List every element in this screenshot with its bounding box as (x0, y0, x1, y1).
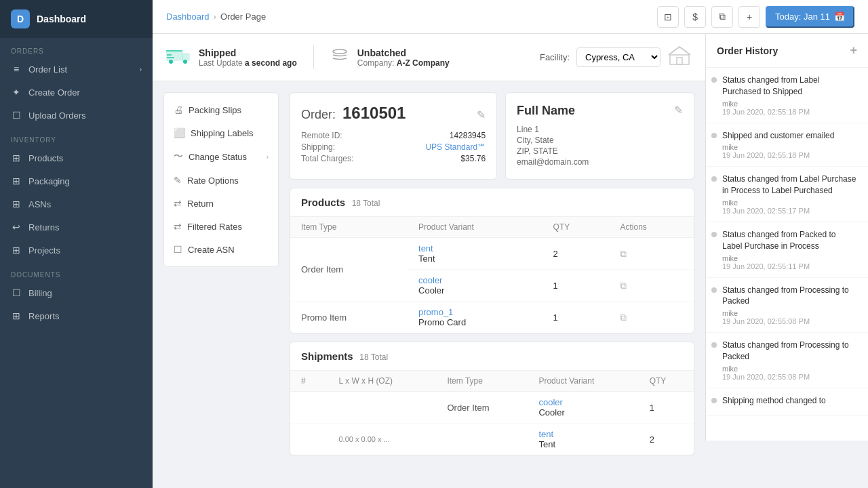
address-edit-icon[interactable]: ✎ (674, 104, 683, 117)
action-tent[interactable]: ⧉ (609, 238, 694, 270)
menu-filtered-rates[interactable]: ⇄ Filtered Rates (164, 215, 278, 238)
edit-icon[interactable]: ✎ (477, 108, 486, 121)
breadcrumb: Dashboard › Order Page (166, 12, 266, 22)
company-info: Company: A-Z Company (357, 58, 450, 68)
sidebar-item-asns[interactable]: ⊞ ASNs (0, 192, 153, 216)
create-order-icon: ✦ (11, 87, 22, 98)
history-text: Shipping method changed to (722, 395, 857, 407)
history-text: Shipped and customer emailed (722, 130, 857, 142)
table-row: Promo Item promo_1 Promo Card 1 ⧉ (290, 302, 694, 333)
external-link-icon[interactable]: ⧉ (620, 280, 627, 291)
promo-name: Promo Card (418, 317, 466, 327)
history-panel: Order History + Status changed from Labe… (705, 34, 868, 441)
qty-promo: 1 (542, 302, 610, 333)
tent-s-link[interactable]: tent (538, 429, 553, 439)
sidebar-item-label: Returns (28, 222, 60, 232)
menu-return[interactable]: ⇄ Return (164, 192, 278, 215)
breadcrumb-current: Order Page (220, 12, 266, 22)
history-time: 19 Jun 2020, 02:55:18 PM (722, 151, 857, 159)
shipments-header-row: # L x W x H (OZ) Item Type Product Varia… (290, 371, 694, 392)
sidebar: D Dashboard ORDERS ≡ Order List › ✦ Crea… (0, 0, 153, 488)
cooler-s-link[interactable]: cooler (538, 397, 562, 407)
chevron-right-icon: › (267, 153, 269, 161)
address-info: Full Name Line 1 City, State ZIP, STATE … (517, 104, 589, 168)
sidebar-item-billing[interactable]: ☐ Billing (0, 281, 153, 304)
menu-create-asn[interactable]: ☐ Create ASN (164, 238, 278, 261)
svg-rect-0 (166, 51, 182, 60)
history-time: 19 Jun 2020, 02:55:08 PM (722, 373, 857, 381)
menu-label: Rate Options (187, 176, 239, 186)
truck-icon (166, 45, 191, 69)
order-main: Order: 1610501 ✎ Remote ID: 14283945 Shi… (290, 92, 694, 455)
sidebar-logo-label: Dashboard (37, 14, 86, 24)
promo-link[interactable]: promo_1 (418, 307, 453, 317)
today-button[interactable]: Today: Jan 11 📅 (766, 6, 854, 28)
breadcrumb-dashboard[interactable]: Dashboard (166, 12, 210, 22)
item-type-promo: Promo Item (290, 302, 408, 333)
product-variant-tent: tent Tent (408, 238, 542, 270)
shipment-item-type2 (436, 424, 528, 455)
topbar: Dashboard › Order Page ⊡ $ ⧉ + Today: Ja… (153, 0, 868, 34)
table-row: Order Item cooler Cooler 1 (290, 392, 694, 424)
shipments-header: Shipments 18 Total (290, 342, 694, 371)
copy-button[interactable]: ⧉ (711, 6, 733, 28)
history-time: 19 Jun 2020, 02:55:17 PM (722, 207, 857, 215)
history-entry: Shipped and customer emailed mike 19 Jun… (706, 123, 868, 167)
menu-shipping-labels[interactable]: ⬜ Shipping Labels (164, 121, 278, 144)
topbar-actions: ⊡ $ ⧉ + Today: Jan 11 📅 (657, 6, 854, 28)
address-line3: ZIP, STATE (517, 146, 589, 156)
sidebar-item-label: Billing (28, 288, 52, 298)
external-link-icon[interactable]: ⧉ (620, 248, 627, 259)
monitor-button[interactable]: ⊡ (657, 6, 679, 28)
facility-segment: Facility: Cypress, CA Other Location (540, 44, 692, 70)
sidebar-item-products[interactable]: ⊞ Products (0, 146, 153, 169)
history-time: 19 Jun 2020, 02:55:18 PM (722, 108, 857, 116)
menu-rate-options[interactable]: ✎ Rate Options (164, 169, 278, 192)
menu-packing-slips[interactable]: 🖨 Packing Slips (164, 98, 278, 121)
sidebar-item-packaging[interactable]: ⊞ Packaging (0, 169, 153, 192)
shipment-num (290, 392, 328, 424)
order-label: Order: (301, 108, 336, 122)
dashboard-icon: D (11, 9, 30, 28)
menu-label: Filtered Rates (187, 222, 242, 232)
tent-link[interactable]: tent (418, 243, 433, 253)
history-text: Status changed from Processing to Packed (722, 340, 857, 363)
section-label-orders: ORDERS (0, 38, 153, 58)
sidebar-item-projects[interactable]: ⊞ Projects (0, 239, 153, 262)
shipment-variant: cooler Cooler (528, 392, 638, 424)
order-number-row: Order: 1610501 ✎ (301, 104, 486, 123)
dollar-button[interactable]: $ (684, 6, 706, 28)
sidebar-item-label: Upload Orders (28, 110, 86, 121)
products-header: Products 18 Total (290, 188, 694, 217)
sidebar-item-returns[interactable]: ↩ Returns (0, 216, 153, 239)
shipment-num2 (290, 424, 328, 455)
asn-icon: ☐ (174, 244, 182, 255)
col-num: # (290, 371, 328, 392)
col-variant-s: Product Variant (528, 371, 638, 392)
address-email: email@domain.com (517, 157, 589, 167)
remote-id-label: Remote ID: (301, 131, 342, 140)
history-title: Order History (717, 45, 778, 56)
svg-point-7 (333, 49, 347, 54)
external-link-icon[interactable]: ⧉ (620, 312, 627, 323)
action-promo[interactable]: ⧉ (609, 302, 694, 333)
action-cooler[interactable]: ⧉ (609, 270, 694, 302)
history-header: Order History + (706, 34, 868, 68)
menu-change-status[interactable]: 〜 Change Status › (164, 144, 278, 169)
facility-select[interactable]: Cypress, CA Other Location (576, 47, 660, 67)
cooler-link[interactable]: cooler (418, 275, 442, 285)
history-entry: Shipping method changed to (706, 388, 868, 416)
sidebar-item-upload-orders[interactable]: ☐ Upload Orders (0, 104, 153, 127)
packaging-icon: ⊞ (11, 176, 22, 186)
order-body: 🖨 Packing Slips ⬜ Shipping Labels 〜 Chan… (153, 81, 705, 466)
history-add-button[interactable]: + (850, 43, 857, 58)
add-button[interactable]: + (738, 6, 760, 28)
charges-row: Total Charges: $35.76 (301, 154, 486, 163)
sidebar-item-order-list[interactable]: ≡ Order List › (0, 58, 153, 81)
sidebar-item-create-order[interactable]: ✦ Create Order (0, 81, 153, 104)
sidebar-logo[interactable]: D Dashboard (0, 0, 153, 38)
sidebar-item-reports[interactable]: ⊞ Reports (0, 304, 153, 327)
tent-s-name: Tent (538, 439, 555, 449)
order-id-card: Order: 1610501 ✎ Remote ID: 14283945 Shi… (290, 92, 497, 180)
history-entry: Status changed from Processing to Packed… (706, 278, 868, 333)
